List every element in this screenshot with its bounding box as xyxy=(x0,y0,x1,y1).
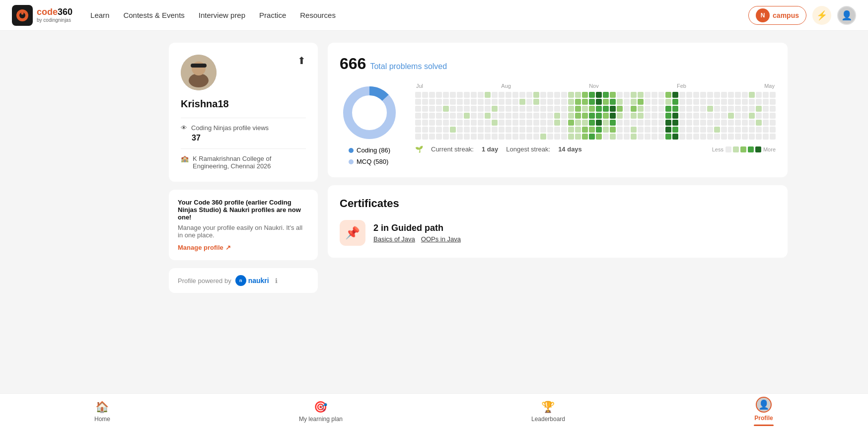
svg-point-2 xyxy=(21,12,24,14)
heatmap-cell xyxy=(638,92,644,98)
heatmap-cell xyxy=(658,99,664,105)
heatmap-cell xyxy=(603,120,609,126)
heatmap-cell xyxy=(506,113,511,119)
heatmap-cell xyxy=(506,134,511,140)
info-icon[interactable]: ℹ xyxy=(275,277,278,285)
heatmap-cell xyxy=(603,134,609,140)
heatmap-cell xyxy=(422,113,428,119)
heatmap-cell xyxy=(415,99,421,105)
heatmap-cell xyxy=(749,127,755,133)
navbar: code360 by codingninjas Learn Contests &… xyxy=(0,0,868,31)
heatmap-cell xyxy=(679,92,685,98)
logo[interactable]: code360 by codingninjas xyxy=(12,5,72,26)
heatmap-cell xyxy=(665,127,671,133)
nav-practice[interactable]: Practice xyxy=(259,11,286,19)
heatmap-cell xyxy=(582,106,588,112)
heatmap-cell xyxy=(436,99,442,105)
heatmap-cell xyxy=(436,92,442,98)
heatmap-cell xyxy=(631,127,637,133)
share-icon[interactable]: ⬆ xyxy=(297,55,306,67)
heatmap-cell xyxy=(464,113,470,119)
nav-learn[interactable]: Learn xyxy=(90,11,109,19)
heatmap-cell xyxy=(645,113,651,119)
cert-item-guided: 📌 2 in Guided path Basics of Java OOPs i… xyxy=(340,220,776,246)
cert-link-oops[interactable]: OOPs in Java xyxy=(421,235,461,243)
heatmap-cell xyxy=(526,134,532,140)
profile-card: ⬆ Krishna18 👁 Coding Ninjas profile view… xyxy=(169,43,318,182)
heatmap-cell xyxy=(554,113,560,119)
heatmap-cell xyxy=(658,92,664,98)
heatmap-cell xyxy=(422,134,428,140)
heatmap-cell xyxy=(575,113,581,119)
mcq-dot xyxy=(349,159,354,164)
heatmap-cell xyxy=(415,134,421,140)
home-label: Home xyxy=(94,416,110,423)
heat-box-2 xyxy=(740,146,746,152)
cert-icon: 📌 xyxy=(340,220,365,246)
heatmap-section: Jul Aug Nov Feb May 🌱 Current streak: 1 … xyxy=(415,83,776,153)
nav-resources[interactable]: Resources xyxy=(300,11,336,19)
heatmap-cell xyxy=(422,99,428,105)
heatmap-cell xyxy=(589,113,595,119)
heatmap-cell xyxy=(512,120,518,126)
bottom-nav-leaderboard[interactable]: 🏆 Leaderboard xyxy=(523,397,573,427)
manage-profile-link[interactable]: Manage profile ↗ xyxy=(178,244,309,251)
heatmap-cell xyxy=(700,106,706,112)
bottom-nav-home[interactable]: 🏠 Home xyxy=(86,397,118,427)
heatmap-cell xyxy=(735,106,741,112)
heatmap-cell xyxy=(624,106,630,112)
heatmap-cell xyxy=(533,134,539,140)
heatmap-cell xyxy=(693,92,699,98)
leaderboard-icon: 🏆 xyxy=(541,401,555,414)
heatmap-cell xyxy=(651,120,657,126)
navbar-right: N campus ⚡ 👤 xyxy=(748,6,856,25)
stats-card: 666 Total problems solved xyxy=(328,43,788,177)
heatmap-cell xyxy=(561,92,567,98)
nav-contests[interactable]: Contests & Events xyxy=(123,11,184,19)
heatmap-cell xyxy=(415,106,421,112)
donut-section: Coding (86) MCQ (580) xyxy=(340,83,399,165)
month-nov: Nov xyxy=(589,83,599,89)
heatmap-cell xyxy=(679,106,685,112)
heatmap-cell xyxy=(735,99,741,105)
heatmap-cell xyxy=(582,99,588,105)
heatmap-cell xyxy=(672,134,678,140)
user-avatar-button[interactable]: 👤 xyxy=(837,6,856,25)
heatmap-cell xyxy=(589,106,595,112)
heatmap-cell xyxy=(749,134,755,140)
heatmap-cell xyxy=(610,113,616,119)
logo-label: code360 xyxy=(37,7,72,17)
naukri-icon: n xyxy=(235,275,246,286)
heatmap-cell xyxy=(714,127,720,133)
heatmap-cell xyxy=(707,99,713,105)
heatmap-cell xyxy=(512,92,518,98)
nav-interview[interactable]: Interview prep xyxy=(199,11,245,19)
cert-link-java-basics[interactable]: Basics of Java xyxy=(373,235,415,243)
heatmap-cell xyxy=(457,120,463,126)
heatmap-months: Jul Aug Nov Feb May xyxy=(415,83,776,89)
heatmap-cell xyxy=(478,134,484,140)
campus-button[interactable]: N campus xyxy=(748,6,806,25)
logo-text: code360 by codingninjas xyxy=(37,7,72,23)
heatmap-cell xyxy=(457,134,463,140)
heatmap-cell xyxy=(624,120,630,126)
certificates-card: Certificates 📌 2 in Guided path Basics o… xyxy=(328,185,788,258)
heatmap-cell xyxy=(749,106,755,112)
heatmap-cell xyxy=(492,127,498,133)
heatmap-cell xyxy=(506,120,511,126)
bottom-nav-learning[interactable]: 🎯 My learning plan xyxy=(291,397,351,427)
heatmap-cell xyxy=(735,92,741,98)
heatmap-cell xyxy=(686,127,692,133)
heatmap-cell xyxy=(589,134,595,140)
heatmap-cell xyxy=(582,127,588,133)
profile-username: Krishna18 xyxy=(181,98,306,110)
powered-label: Profile powered by xyxy=(178,277,231,285)
heatmap-cell xyxy=(770,127,776,133)
heatmap-cell xyxy=(610,99,616,105)
heatmap-cell xyxy=(540,99,546,105)
heatmap-cell xyxy=(721,92,727,98)
cert-links: Basics of Java OOPs in Java xyxy=(373,235,461,243)
heatmap-cell xyxy=(575,106,581,112)
bottom-nav-profile[interactable]: 👤 Profile xyxy=(746,393,782,429)
notification-button[interactable]: ⚡ xyxy=(812,6,831,25)
